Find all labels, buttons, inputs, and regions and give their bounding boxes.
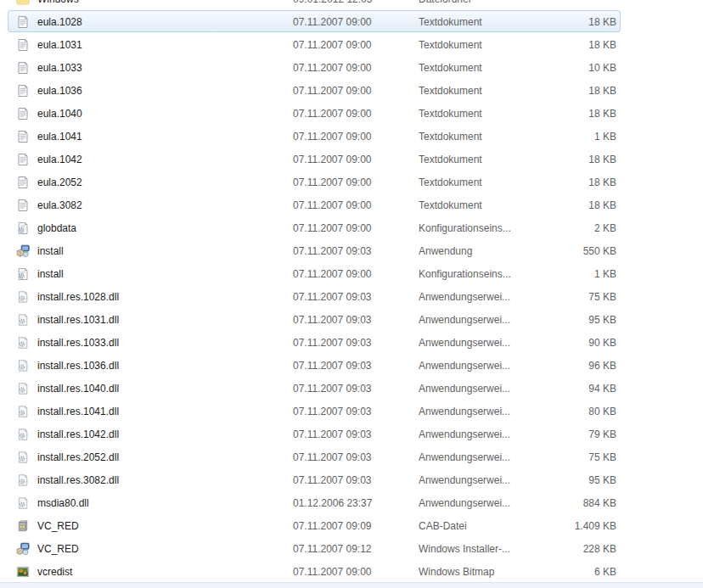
file-row[interactable]: install.res.1042.dll 07.11.2007 09:03 An…: [0, 423, 703, 445]
file-size: 10 KB: [543, 62, 616, 74]
file-date-modified: 07.11.2007 09:03: [293, 314, 419, 326]
file-row[interactable]: eula.1042 07.11.2007 09:00 Textdokument …: [0, 148, 703, 171]
file-size: 79 KB: [543, 428, 616, 440]
text-document-icon: [16, 176, 30, 189]
file-size: 18 KB: [543, 39, 616, 51]
file-date-modified: 07.11.2007 09:00: [293, 108, 419, 120]
file-size: 94 KB: [543, 383, 616, 395]
file-row[interactable]: install.res.1040.dll 07.11.2007 09:03 An…: [0, 377, 703, 400]
file-name: install.res.3082.dll: [31, 474, 293, 486]
file-name: install: [31, 268, 293, 280]
file-row[interactable]: eula.1028 07.11.2007 09:00 Textdokument …: [0, 10, 703, 33]
file-date-modified: 07.11.2007 09:00: [293, 154, 419, 165]
file-type: Textdokument: [419, 39, 543, 51]
file-type: Textdokument: [419, 62, 543, 74]
file-date-modified: 07.11.2007 09:00: [293, 176, 419, 188]
file-name: Windows: [31, 0, 293, 5]
file-date-modified: 07.11.2007 09:03: [293, 383, 419, 395]
file-name: install.res.1040.dll: [31, 383, 293, 395]
file-row[interactable]: install.res.1028.dll 07.11.2007 09:03 An…: [0, 285, 703, 308]
file-size: 1.409 KB: [543, 520, 616, 532]
file-row[interactable]: eula.1041 07.11.2007 09:00 Textdokument …: [0, 125, 703, 148]
file-row[interactable]: eula.2052 07.11.2007 09:00 Textdokument …: [0, 171, 703, 193]
file-row[interactable]: eula.1040 07.11.2007 09:00 Textdokument …: [0, 102, 703, 125]
file-name: eula.1036: [31, 85, 293, 97]
file-size: 95 KB: [543, 474, 616, 486]
file-size: 90 KB: [543, 337, 616, 349]
file-type: Anwendungserwei...: [419, 383, 543, 395]
file-date-modified: 07.11.2007 09:00: [293, 566, 419, 578]
file-row[interactable]: install.res.3082.dll 07.11.2007 09:03 An…: [0, 468, 703, 491]
file-date-modified: 07.11.2007 09:03: [293, 337, 419, 349]
file-date-modified: 07.11.2007 09:03: [293, 428, 419, 440]
file-row[interactable]: msdia80.dll 01.12.2006 23:37 Anwendungse…: [0, 491, 703, 514]
file-date-modified: 07.11.2007 09:00: [293, 131, 419, 143]
file-type: Anwendungserwei...: [419, 474, 543, 486]
file-size: 18 KB: [543, 154, 616, 165]
file-size: 6 KB: [543, 566, 616, 578]
config-file-icon: [16, 267, 30, 281]
file-size: 550 KB: [543, 245, 616, 257]
bitmap-image-icon: [16, 565, 30, 579]
file-row[interactable]: globdata 07.11.2007 09:00 Konfigurations…: [0, 216, 703, 239]
file-size: 884 KB: [543, 497, 616, 509]
file-row[interactable]: eula.3082 07.11.2007 09:00 Textdokument …: [0, 193, 703, 216]
file-type: CAB-Datei: [419, 520, 543, 532]
file-list: Windows 09.01.2012 12:05 Dateiordner eul…: [0, 0, 703, 583]
file-size: 96 KB: [543, 360, 616, 372]
file-row[interactable]: install.res.1033.dll 07.11.2007 09:03 An…: [0, 331, 703, 354]
cab-archive-icon: [16, 519, 30, 533]
file-type: Anwendungserwei...: [419, 497, 543, 509]
file-date-modified: 07.11.2007 09:03: [293, 474, 419, 486]
file-row[interactable]: Windows 09.01.2012 12:05 Dateiordner: [0, 0, 703, 10]
file-date-modified: 07.11.2007 09:03: [293, 451, 419, 463]
file-date-modified: 07.11.2007 09:03: [293, 360, 419, 372]
file-date-modified: 07.11.2007 09:03: [293, 406, 419, 417]
file-size: 18 KB: [543, 108, 616, 120]
text-document-icon: [16, 153, 30, 166]
dll-icon: [16, 473, 30, 487]
file-row[interactable]: install 07.11.2007 09:00 Konfigurationse…: [0, 262, 703, 285]
file-name: VC_RED: [31, 543, 293, 555]
file-name: eula.1033: [31, 62, 293, 74]
file-name: install.res.1036.dll: [31, 360, 293, 372]
file-row[interactable]: install 07.11.2007 09:03 Anwendung 550 K…: [0, 239, 703, 262]
file-type: Textdokument: [419, 154, 543, 165]
file-type: Anwendungserwei...: [419, 428, 543, 440]
file-name: msdia80.dll: [31, 497, 293, 509]
file-name: eula.1028: [31, 16, 293, 28]
file-type: Konfigurationseins...: [419, 222, 543, 234]
file-size: 80 KB: [543, 406, 616, 417]
file-row[interactable]: install.res.1041.dll 07.11.2007 09:03 An…: [0, 400, 703, 423]
file-row[interactable]: VC_RED 07.11.2007 09:12 Windows Installe…: [0, 537, 703, 560]
file-row[interactable]: eula.1036 07.11.2007 09:00 Textdokument …: [0, 79, 703, 102]
installer-app-icon: [16, 244, 30, 258]
file-date-modified: 09.01.2012 12:05: [293, 0, 419, 5]
file-row[interactable]: eula.1031 07.11.2007 09:00 Textdokument …: [0, 33, 703, 56]
text-document-icon: [16, 84, 30, 98]
file-size: 1 KB: [543, 268, 616, 280]
file-row[interactable]: VC_RED 07.11.2007 09:09 CAB-Datei 1.409 …: [0, 514, 703, 537]
dll-icon: [16, 336, 30, 350]
file-type: Windows Bitmap: [419, 566, 543, 578]
file-date-modified: 01.12.2006 23:37: [293, 497, 419, 509]
file-row[interactable]: vcredist 07.11.2007 09:00 Windows Bitmap…: [0, 560, 703, 583]
file-row[interactable]: install.res.1036.dll 07.11.2007 09:03 An…: [0, 354, 703, 377]
config-file-icon: [16, 221, 30, 235]
dll-icon: [16, 313, 30, 327]
file-size: 75 KB: [543, 291, 616, 303]
file-name: VC_RED: [31, 520, 293, 532]
file-name: install.res.1041.dll: [31, 406, 293, 417]
file-name: install.res.1033.dll: [31, 337, 293, 349]
file-row[interactable]: install.res.2052.dll 07.11.2007 09:03 An…: [0, 445, 703, 468]
file-date-modified: 07.11.2007 09:03: [293, 245, 419, 257]
file-type: Anwendungserwei...: [419, 337, 543, 349]
file-size: 18 KB: [543, 85, 616, 97]
file-name: globdata: [31, 222, 293, 234]
file-row[interactable]: eula.1033 07.11.2007 09:00 Textdokument …: [0, 56, 703, 79]
file-date-modified: 07.11.2007 09:00: [293, 39, 419, 51]
file-size: 228 KB: [543, 543, 616, 555]
file-row[interactable]: install.res.1031.dll 07.11.2007 09:03 An…: [0, 308, 703, 331]
file-type: Textdokument: [419, 131, 543, 143]
file-type: Textdokument: [419, 176, 543, 188]
